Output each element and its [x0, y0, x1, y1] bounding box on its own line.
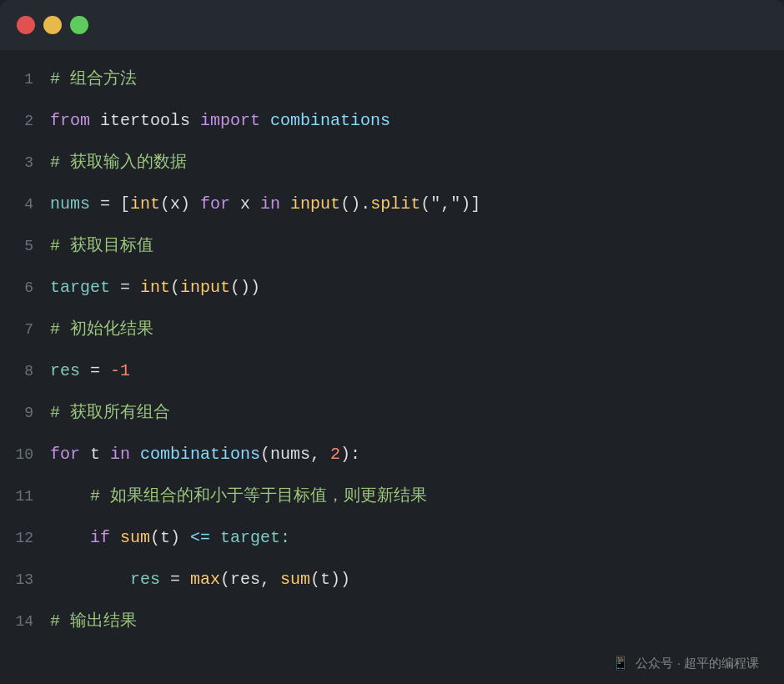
token: = [80, 361, 110, 380]
line-content: from itertools import combinations [50, 102, 390, 140]
token: # 初始化结果 [50, 319, 153, 339]
line-number: 1 [0, 60, 50, 98]
token: combinations [140, 445, 260, 464]
code-line: 6target = int(input()) [0, 267, 784, 309]
token: = [110, 278, 140, 297]
token: # 组合方法 [50, 69, 137, 88]
code-line: 12 if sum(t) <= target: [0, 517, 784, 559]
token: combinations [270, 111, 390, 130]
token: if [90, 528, 120, 547]
line-content: target = int(input()) [50, 269, 260, 307]
line-content: # 初始化结果 [50, 310, 153, 349]
line-number: 3 [0, 143, 50, 182]
line-number: 7 [0, 310, 50, 349]
code-line: 8res = -1 [0, 350, 784, 392]
token: = [ [90, 194, 130, 214]
token: (nums, [260, 445, 330, 464]
titlebar [0, 0, 784, 50]
line-content: # 获取输入的数据 [50, 143, 187, 182]
token: max [190, 570, 220, 589]
code-line: 7# 初始化结果 [0, 309, 784, 350]
token: target [50, 278, 110, 297]
token [50, 528, 90, 547]
token: input [290, 194, 340, 214]
line-number: 4 [0, 185, 50, 224]
code-line: 5# 获取目标值 [0, 225, 784, 267]
code-line: 14# 输出结果 [0, 601, 784, 642]
token: sum [280, 570, 310, 589]
code-line: 4nums = [int(x) for x in input().split("… [0, 184, 784, 225]
line-number: 6 [0, 269, 50, 307]
token: ): [340, 445, 360, 464]
token: res [50, 361, 80, 380]
code-line: 10for t in combinations(nums, 2): [0, 434, 784, 475]
line-number: 2 [0, 102, 50, 140]
token: # 获取所有组合 [50, 403, 170, 422]
line-number: 9 [0, 394, 50, 432]
footer-text: 📱 公众号 · 超平的编程课 [612, 655, 759, 671]
token: res [50, 570, 160, 589]
line-number: 13 [0, 561, 50, 599]
line-number: 5 [0, 227, 50, 265]
code-line: 3# 获取输入的数据 [0, 142, 784, 184]
wechat-icon: 📱 [612, 655, 629, 671]
line-number: 14 [0, 602, 50, 641]
line-content: res = -1 [50, 352, 130, 390]
code-line: 2from itertools import combinations [0, 100, 784, 142]
code-area: 1# 组合方法2from itertools import combinatio… [0, 50, 784, 642]
token: = [160, 570, 190, 589]
line-content: # 获取目标值 [50, 227, 153, 265]
footer: 📱 公众号 · 超平的编程课 [0, 642, 784, 684]
code-line: 1# 组合方法 [0, 58, 784, 100]
line-content: for t in combinations(nums, 2): [50, 435, 360, 474]
token: 2 [330, 445, 340, 464]
line-number: 12 [0, 519, 50, 557]
token: # 输出结果 [50, 611, 137, 631]
token: x [240, 194, 260, 214]
line-number: 11 [0, 477, 50, 516]
line-content: res = max(res, sum(t)) [50, 561, 350, 599]
line-content: # 组合方法 [50, 60, 137, 98]
token: # 获取目标值 [50, 236, 153, 255]
token: sum [120, 528, 150, 547]
line-number: 8 [0, 352, 50, 390]
token: -1 [110, 361, 130, 380]
token: itertools [100, 111, 200, 130]
token: # 如果组合的和小于等于目标值，则更新结果 [50, 486, 427, 505]
window: 1# 组合方法2from itertools import combinatio… [0, 0, 784, 684]
footer-label: 公众号 · 超平的编程课 [636, 656, 759, 670]
token: for [200, 194, 240, 214]
token: (). [340, 194, 370, 214]
line-content: # 获取所有组合 [50, 394, 170, 432]
token: input [180, 278, 230, 297]
minimize-button[interactable] [43, 16, 62, 34]
token: # 获取输入的数据 [50, 153, 187, 172]
line-number: 10 [0, 435, 50, 474]
maximize-button[interactable] [70, 16, 88, 34]
token: (t)) [310, 570, 350, 589]
token: in [110, 445, 140, 464]
token: (x) [160, 194, 200, 214]
token: target: [210, 528, 290, 547]
token: (",")] [420, 194, 480, 214]
close-button[interactable] [17, 16, 35, 34]
token: nums [50, 194, 90, 214]
token: from [50, 111, 100, 130]
code-line: 9# 获取所有组合 [0, 392, 784, 434]
line-content: # 输出结果 [50, 602, 137, 641]
code-line: 13 res = max(res, sum(t)) [0, 559, 784, 601]
token: <= [190, 528, 210, 547]
line-content: nums = [int(x) for x in input().split(",… [50, 185, 480, 224]
line-content: if sum(t) <= target: [50, 519, 290, 557]
token: for [50, 445, 90, 464]
line-content: # 如果组合的和小于等于目标值，则更新结果 [50, 477, 427, 516]
token: (res, [220, 570, 280, 589]
token: split [370, 194, 420, 214]
token: t [90, 445, 110, 464]
token: (t) [150, 528, 190, 547]
code-line: 11 # 如果组合的和小于等于目标值，则更新结果 [0, 475, 784, 517]
token: ()) [230, 278, 260, 297]
token: int [130, 194, 160, 214]
token: ( [170, 278, 180, 297]
token: in [260, 194, 290, 214]
